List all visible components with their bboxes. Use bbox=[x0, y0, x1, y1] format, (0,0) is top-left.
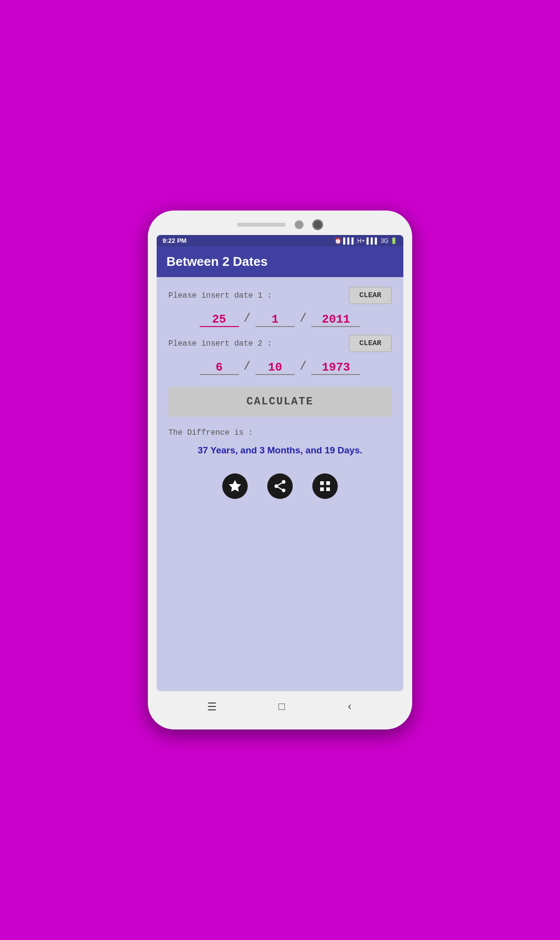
date2-label: Please insert date 2 : bbox=[168, 339, 272, 348]
favorite-icon-button[interactable] bbox=[222, 473, 248, 499]
date1-sep1: / bbox=[244, 312, 251, 325]
result-section: The Diffrence is : 37 Years, and 3 Month… bbox=[168, 428, 392, 456]
result-value: 37 Years, and 3 Months, and 19 Days. bbox=[168, 445, 392, 456]
bottom-icons bbox=[168, 473, 392, 504]
date1-day-input[interactable] bbox=[200, 313, 239, 327]
app-title: Between 2 Dates bbox=[166, 254, 394, 269]
result-label: The Diffrence is : bbox=[168, 428, 392, 437]
date2-day-field bbox=[200, 361, 239, 375]
date2-month-field bbox=[256, 361, 295, 375]
app-header: Between 2 Dates bbox=[157, 246, 403, 277]
nav-menu-icon[interactable]: ☰ bbox=[207, 701, 217, 714]
date1-section: Please insert date 1 : CLEAR / / bbox=[168, 287, 392, 327]
date1-label: Please insert date 1 : bbox=[168, 291, 272, 300]
status-time: 9:22 PM bbox=[163, 237, 187, 244]
app-content: Please insert date 1 : CLEAR / / bbox=[157, 277, 403, 691]
phone-speaker bbox=[237, 223, 286, 227]
status-bar: 9:22 PM ⏰ ▌▌▌ H+ ▌▌▌ 3G 🔋 bbox=[157, 235, 403, 246]
date2-header: Please insert date 2 : CLEAR bbox=[168, 335, 392, 352]
date1-year-field bbox=[311, 313, 360, 327]
date2-year-input[interactable] bbox=[311, 361, 360, 375]
date1-header: Please insert date 1 : CLEAR bbox=[168, 287, 392, 304]
date2-sep2: / bbox=[300, 360, 306, 373]
date1-inputs: / / bbox=[168, 312, 392, 327]
date2-section: Please insert date 2 : CLEAR / / bbox=[168, 335, 392, 375]
star-icon bbox=[228, 479, 242, 494]
date1-clear-button[interactable]: CLEAR bbox=[349, 287, 392, 304]
nav-home-icon[interactable]: □ bbox=[279, 701, 285, 713]
nav-back-icon[interactable]: ‹ bbox=[347, 701, 353, 713]
phone-screen: 9:22 PM ⏰ ▌▌▌ H+ ▌▌▌ 3G 🔋 Between 2 Date… bbox=[157, 235, 403, 691]
status-icons: ⏰ ▌▌▌ H+ ▌▌▌ 3G 🔋 bbox=[334, 237, 397, 244]
phone-nav-bar: ☰ □ ‹ bbox=[157, 694, 403, 721]
phone-top-bar bbox=[157, 219, 403, 230]
date2-clear-button[interactable]: CLEAR bbox=[349, 335, 392, 352]
date2-year-field bbox=[311, 361, 360, 375]
share-icon-button[interactable] bbox=[267, 473, 293, 499]
phone-device: 9:22 PM ⏰ ▌▌▌ H+ ▌▌▌ 3G 🔋 Between 2 Date… bbox=[148, 211, 412, 729]
date1-year-input[interactable] bbox=[311, 313, 360, 327]
date1-month-input[interactable] bbox=[256, 313, 295, 327]
phone-home-sensor bbox=[295, 220, 303, 229]
phone-camera bbox=[312, 219, 323, 230]
date2-inputs: / / bbox=[168, 360, 392, 375]
date1-day-field bbox=[200, 313, 239, 327]
date2-month-input[interactable] bbox=[256, 361, 295, 375]
grid-icon-button[interactable] bbox=[312, 473, 338, 499]
grid-icon bbox=[318, 479, 332, 494]
calculate-button[interactable]: CALCULATE bbox=[168, 387, 392, 417]
date1-month-field bbox=[256, 313, 295, 327]
share-icon bbox=[273, 479, 287, 494]
date2-sep1: / bbox=[244, 360, 251, 373]
date2-day-input[interactable] bbox=[200, 361, 239, 375]
date1-sep2: / bbox=[300, 312, 306, 325]
